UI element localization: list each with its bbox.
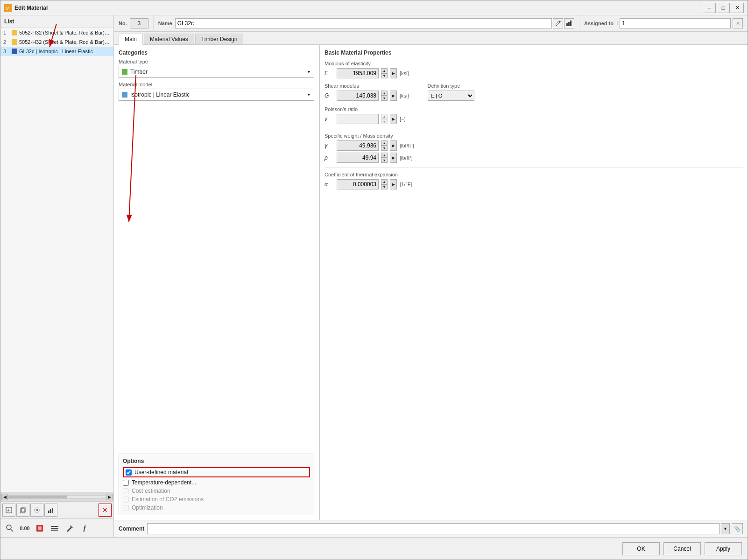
gamma-input[interactable] [337, 140, 379, 151]
gamma-increment[interactable]: ▲ [381, 140, 388, 146]
ok-button[interactable]: OK [622, 542, 660, 555]
alpha-input[interactable] [337, 179, 379, 189]
list-item-text: GL32c | Isotropic | Linear Elastic [19, 49, 93, 54]
gamma-symbol: γ [325, 142, 334, 149]
top-fields-bar: No. Name Assigne [114, 15, 748, 32]
G-arrow-btn[interactable]: ▶ [390, 91, 397, 101]
v-increment[interactable]: ▲ [381, 114, 388, 119]
material-list: 1 5052-H32 (Sheet & Plate, Rod & Bar) | … [0, 28, 113, 492]
definition-type-select[interactable]: E | G E | ν G | ν [428, 91, 474, 101]
user-defined-checkbox[interactable] [126, 469, 132, 476]
list-item-selected[interactable]: 3 GL32c | Isotropic | Linear Elastic [0, 47, 113, 56]
comment-attach-button[interactable]: 📎 [732, 523, 743, 534]
list-header: List [0, 15, 113, 28]
rho-input[interactable] [337, 153, 379, 163]
delete-button[interactable]: ✕ [99, 504, 112, 517]
tab-material-values[interactable]: Material Values [144, 34, 194, 44]
wrench-icon[interactable] [63, 522, 76, 535]
scroll-right-arrow[interactable]: ▶ [106, 494, 113, 500]
categories-panel: Categories Material type Timber ▼ [114, 45, 319, 520]
G-input[interactable] [337, 91, 379, 101]
chart-button[interactable] [44, 504, 57, 517]
alpha-increment[interactable]: ▲ [381, 179, 388, 184]
rho-decrement[interactable]: ▼ [381, 158, 388, 163]
settings-button[interactable] [30, 504, 43, 517]
E-increment[interactable]: ▲ [381, 68, 388, 73]
E-input[interactable] [337, 68, 379, 78]
material-color-icon[interactable] [33, 522, 46, 535]
optimization-checkbox [123, 505, 129, 511]
comment-input[interactable] [147, 523, 720, 534]
tab-main[interactable]: Main [119, 34, 143, 45]
list-scrollbar[interactable]: ◀ ▶ [0, 492, 113, 501]
add-material-button[interactable]: + [2, 504, 15, 517]
assigned-group: Assigned to I 1 ✕ [579, 15, 748, 31]
rho-arrow-btn[interactable]: ▶ [390, 153, 397, 163]
scroll-thumb [8, 496, 67, 498]
search-icon[interactable] [3, 522, 16, 535]
temperature-dependent-label[interactable]: Temperature-dependent... [123, 479, 310, 486]
material-model-select[interactable]: Isotropic | Linear Elastic ▼ [119, 89, 314, 101]
material-type-select[interactable]: Timber ▼ [119, 66, 314, 78]
decimal-icon[interactable]: 0.00 [18, 522, 31, 535]
chart-name-button[interactable] [564, 18, 574, 28]
gamma-decrement[interactable]: ▼ [381, 146, 388, 151]
svg-point-7 [35, 508, 39, 512]
v-arrow-btn[interactable]: ▶ [390, 114, 397, 124]
temperature-dependent-checkbox[interactable] [123, 480, 129, 486]
cost-estimation-text: Cost estimation [132, 488, 170, 494]
list-item[interactable]: 2 5052-H32 (Sheet & Plate, Rod & Bar) | … [0, 37, 113, 47]
window-controls: − □ ✕ [703, 3, 744, 13]
co2-estimation-text: Estimation of CO2 emissions [132, 496, 204, 503]
alpha-decrement[interactable]: ▼ [381, 184, 388, 189]
close-button[interactable]: ✕ [731, 3, 744, 13]
svg-text:+: + [7, 508, 10, 513]
gamma-arrow-btn[interactable]: ▶ [390, 140, 397, 151]
divider-1 [325, 129, 743, 129]
name-input[interactable] [175, 18, 552, 28]
alpha-stepper[interactable]: ▲ ▼ [381, 179, 388, 189]
user-defined-checkbox-label[interactable]: User-defined material [123, 467, 310, 477]
list-item[interactable]: 1 5052-H32 (Sheet & Plate, Rod & Bar) | … [0, 28, 113, 37]
gamma-stepper[interactable]: ▲ ▼ [381, 140, 388, 151]
rho-symbol: ρ [325, 154, 334, 161]
def-type-select-row: E | G E | ν G | ν [428, 91, 475, 101]
G-stepper[interactable]: ▲ ▼ [381, 91, 388, 101]
poissons-group: Poisson's ratio v ▲ ▼ ▶ [−] [325, 106, 743, 124]
E-arrow-btn[interactable]: ▶ [390, 68, 397, 78]
G-decrement[interactable]: ▼ [381, 96, 388, 101]
material-model-color [122, 92, 127, 98]
G-increment[interactable]: ▲ [381, 91, 388, 96]
panel-content: Categories Material type Timber ▼ [114, 45, 748, 520]
gamma-unit: [lbf/ft³] [400, 143, 414, 148]
v-decrement[interactable]: ▼ [381, 119, 388, 124]
color-swatch [12, 39, 17, 45]
edit-name-button[interactable] [553, 18, 563, 28]
user-defined-label: User-defined material [134, 469, 188, 476]
config-icon[interactable] [48, 522, 61, 535]
E-decrement[interactable]: ▼ [381, 73, 388, 78]
no-input[interactable] [130, 18, 148, 28]
poissons-label: Poisson's ratio [325, 106, 743, 112]
minimize-button[interactable]: − [703, 3, 716, 13]
tab-timber-design[interactable]: Timber Design [195, 34, 244, 44]
rho-stepper[interactable]: ▲ ▼ [381, 153, 388, 163]
formula-icon[interactable]: ƒ [78, 522, 91, 535]
apply-button[interactable]: Apply [705, 542, 742, 555]
cancel-button[interactable]: Cancel [663, 542, 701, 555]
window-icon: M [4, 4, 12, 12]
v-stepper[interactable]: ▲ ▼ [381, 114, 388, 124]
v-input[interactable] [337, 114, 379, 124]
E-stepper[interactable]: ▲ ▼ [381, 68, 388, 78]
G-unit: [ksi] [400, 93, 409, 98]
alpha-arrow-btn[interactable]: ▶ [390, 179, 397, 189]
maximize-button[interactable]: □ [717, 3, 730, 13]
copy-material-button[interactable] [16, 504, 29, 517]
rho-increment[interactable]: ▲ [381, 153, 388, 158]
window-title: Edit Material [14, 5, 703, 11]
scroll-left-arrow[interactable]: ◀ [1, 494, 8, 500]
assigned-close-button[interactable]: ✕ [733, 18, 743, 28]
comment-dropdown-button[interactable]: ▼ [721, 523, 730, 534]
list-item-text: 5052-H32 (Sheet & Plate, Rod & Bar) | Is… [19, 39, 111, 45]
scroll-track[interactable] [8, 495, 106, 499]
